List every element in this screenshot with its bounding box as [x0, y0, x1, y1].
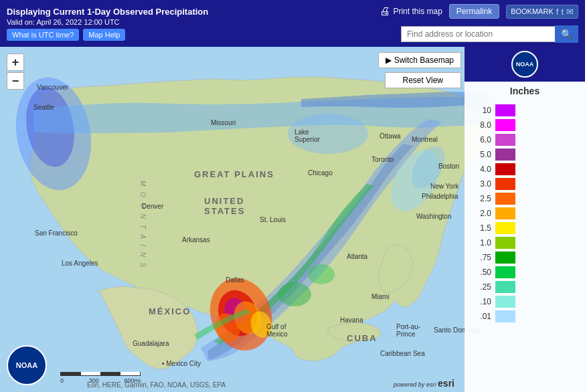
legend-value: 1.5: [471, 223, 491, 233]
switch-basemap-label: Switch Basemap: [394, 56, 454, 65]
legend-value: 2.0: [471, 209, 491, 218]
legend-row: 10: [471, 103, 578, 118]
legend-color-swatch: [495, 281, 515, 293]
header-buttons: What is UTC time? Map Help: [7, 29, 380, 41]
legend-color-swatch: [495, 310, 515, 322]
legend-row: .75: [471, 250, 578, 265]
twitter-icon[interactable]: t: [561, 7, 564, 17]
legend-value: .25: [471, 282, 491, 292]
facebook-icon[interactable]: f: [556, 7, 559, 17]
legend-scale: 10 8.0 6.0 5.0 4.0 3.0 2.5 2.0 1.5 1.0: [465, 100, 585, 392]
legend-color-swatch: [495, 178, 515, 190]
scale-seg-2: [81, 372, 101, 375]
header-right: 🖨 Print this map Permalink BOOKMARK f t …: [380, 4, 578, 43]
legend-title: Inches: [465, 82, 585, 100]
page-title: Displaying Current 1-Day Observed Precip…: [7, 7, 380, 17]
legend-row: .10: [471, 294, 578, 309]
zoom-out-button[interactable]: −: [7, 72, 24, 90]
legend-value: .50: [471, 268, 491, 277]
legend-row: 5.0: [471, 147, 578, 162]
legend-color-swatch: [495, 149, 515, 161]
legend-row: .50: [471, 265, 578, 280]
legend-color-swatch: [495, 104, 515, 116]
legend-color-swatch: [495, 134, 515, 146]
map-help-button[interactable]: Map Help: [83, 29, 125, 41]
legend-color-swatch: [495, 207, 515, 219]
search-button[interactable]: 🔍: [555, 25, 578, 43]
legend-panel: NOAA Inches 10 8.0 6.0 5.0 4.0 3.0 2.5 2…: [465, 47, 585, 392]
legend-row: .25: [471, 280, 578, 294]
legend-color-swatch: [495, 193, 515, 205]
legend-row: 8.0: [471, 118, 578, 132]
triangle-icon: ▶: [386, 56, 392, 65]
map-controls: + −: [7, 54, 24, 90]
legend-value: 2.5: [471, 194, 491, 203]
map-container[interactable]: M O U N T A I N S + −: [0, 47, 585, 392]
legend-noaa-header: NOAA: [465, 47, 585, 82]
header-left: Displaying Current 1-Day Observed Precip…: [7, 7, 380, 41]
permalink-button[interactable]: Permalink: [449, 4, 499, 19]
scale-label-0: 0: [60, 377, 64, 384]
reset-view-button[interactable]: Reset View: [385, 72, 461, 88]
legend-color-swatch: [495, 119, 515, 131]
legend-color-swatch: [495, 163, 515, 175]
print-area[interactable]: 🖨 Print this map: [380, 5, 442, 17]
legend-value: 3.0: [471, 179, 491, 189]
legend-color-swatch: [495, 266, 515, 278]
noaa-label: NOAA: [16, 361, 37, 369]
scale-seg-1: [61, 372, 81, 375]
legend-color-swatch: [495, 296, 515, 308]
legend-row: 3.0: [471, 177, 578, 191]
print-label: Print this map: [393, 7, 442, 16]
utc-time-button[interactable]: What is UTC time?: [7, 29, 79, 41]
legend-color-swatch: [495, 252, 515, 264]
bookmark-area: BOOKMARK f t ✉: [506, 5, 578, 19]
header: Displaying Current 1-Day Observed Precip…: [0, 0, 585, 47]
legend-value: 10: [471, 106, 491, 115]
legend-value: .01: [471, 312, 491, 321]
legend-row: 4.0: [471, 162, 578, 177]
zoom-in-button[interactable]: +: [7, 54, 24, 71]
legend-row: 2.0: [471, 206, 578, 221]
legend-value: .75: [471, 253, 491, 262]
legend-row: .01: [471, 309, 578, 324]
legend-value: 4.0: [471, 165, 491, 174]
legend-value: 1.0: [471, 238, 491, 248]
legend-row: 1.5: [471, 221, 578, 235]
powered-by-label: powered by esri: [394, 381, 436, 388]
legend-value: 8.0: [471, 120, 491, 130]
search-area: 🔍: [401, 25, 578, 43]
search-input[interactable]: [401, 26, 555, 42]
switch-basemap-button[interactable]: ▶ Switch Basemap: [378, 52, 461, 68]
legend-value: .10: [471, 297, 491, 306]
legend-color-swatch: [495, 222, 515, 234]
legend-color-swatch: [495, 237, 515, 249]
esri-logo: powered by esri esri: [394, 378, 454, 389]
scale-line: [60, 372, 141, 376]
scale-seg-3: [100, 372, 120, 375]
email-icon[interactable]: ✉: [566, 7, 574, 17]
valid-date: Valid on: April 26, 2022 12:00 UTC: [7, 18, 380, 26]
noaa-logo: NOAA: [7, 345, 47, 385]
attribution-text: Esri, HERE, Garmin, FAO, NOAA, USGS, EPA: [87, 381, 226, 389]
legend-value: 5.0: [471, 150, 491, 159]
legend-noaa-badge: NOAA: [511, 51, 538, 78]
scale-seg-4: [120, 372, 141, 375]
print-icon: 🖨: [380, 5, 390, 17]
legend-row: 2.5: [471, 191, 578, 206]
legend-row: 6.0: [471, 132, 578, 147]
bookmark-label: BOOKMARK: [511, 7, 554, 15]
legend-row: 1.0: [471, 235, 578, 250]
legend-value: 6.0: [471, 135, 491, 144]
